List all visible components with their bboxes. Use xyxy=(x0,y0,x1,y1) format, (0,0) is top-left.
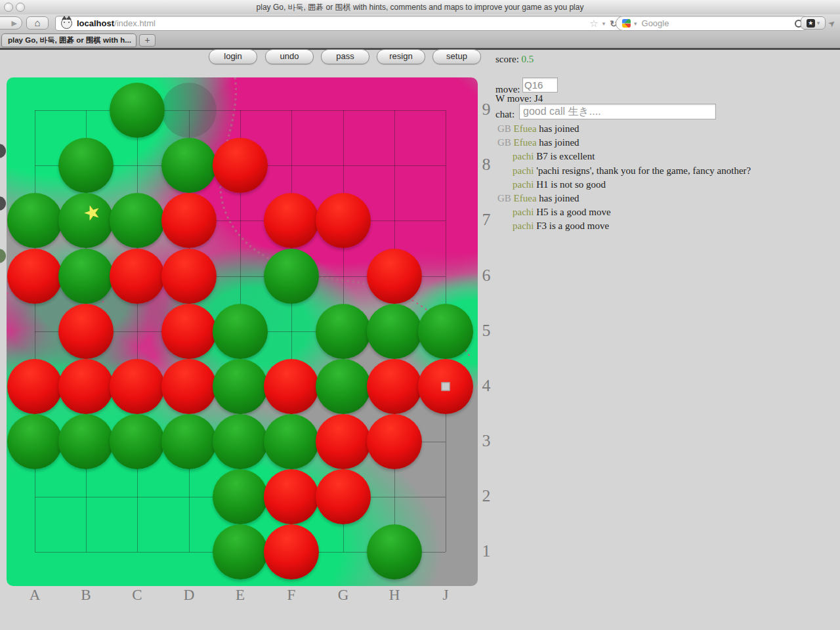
tab-play-go[interactable]: play Go, 바둑, 囲碁 or 围棋 with h... xyxy=(1,33,136,47)
stone-green-B3 xyxy=(58,414,114,469)
col-label-F: F xyxy=(278,587,304,604)
chat-log-entry: GB Efuea has joined xyxy=(497,136,832,150)
back-forward-buttons[interactable]: ▶ xyxy=(0,16,22,30)
navigation-toolbar: ▶ ⌂ localhost /index.html ☆ ▾ ↻ ▾ Google… xyxy=(0,14,840,33)
col-label-J: J xyxy=(432,587,459,604)
url-bar[interactable]: localhost /index.html ☆ ▾ ↻ xyxy=(55,16,623,31)
chat-badge: GB xyxy=(497,193,514,203)
score-label: score: xyxy=(495,54,519,64)
stone-red-A6 xyxy=(7,249,62,304)
chat-input[interactable] xyxy=(519,104,716,119)
stone-red-A4 xyxy=(7,359,62,414)
chat-log-entry: GB Efuea has joined xyxy=(497,122,832,136)
chat-log-entry: pachi F3 is a good move xyxy=(497,219,832,233)
white-move-label: W move: xyxy=(495,93,532,104)
stone-green-E2 xyxy=(213,469,268,524)
resign-button[interactable]: resign xyxy=(377,49,425,64)
row-label-3: 3 xyxy=(476,431,496,451)
home-button[interactable]: ⌂ xyxy=(26,16,49,30)
stone-green-C7 xyxy=(110,193,165,248)
undo-button[interactable]: undo xyxy=(265,49,314,64)
window-titlebar: play Go, 바둑, 囲碁 or 围棋 with hints, commen… xyxy=(0,0,840,15)
chat-log-entry: pachi H1 is not so good xyxy=(497,178,832,192)
chat-username: Efuea xyxy=(514,193,539,203)
forward-icon[interactable]: ▶ xyxy=(12,19,17,28)
stone-green-C9 xyxy=(110,83,165,138)
chat-message: H5 is a good move xyxy=(536,207,610,217)
chat-log-entry: pachi 'pachi resigns', thank you for the… xyxy=(497,164,832,178)
stone-green-E3 xyxy=(213,414,268,469)
ghost-stone xyxy=(161,83,217,138)
row-label-7: 7 xyxy=(476,210,496,230)
stone-green-J5 xyxy=(418,304,473,359)
new-tab-button[interactable]: + xyxy=(139,34,156,47)
stone-red-F7 xyxy=(264,193,319,248)
chat-message: F3 is a good move xyxy=(536,220,609,231)
bookmark-star-icon[interactable]: ☆ xyxy=(589,18,598,30)
chat-username: pachi xyxy=(513,151,536,161)
chat-message: B7 is excellent xyxy=(536,151,595,161)
chat-username: pachi xyxy=(513,207,536,217)
chat-message: 'pachi resigns', thank you for the game,… xyxy=(536,165,751,176)
col-label-D: D xyxy=(176,587,202,604)
bookmarks-menu-button[interactable]: ★ ▾ xyxy=(801,16,826,30)
stone-red-G3 xyxy=(316,414,371,469)
chat-username: pachi xyxy=(513,165,536,176)
stone-green-F3 xyxy=(264,414,319,469)
stone-green-E5 xyxy=(213,304,268,359)
search-bar[interactable]: ▾ Google xyxy=(616,16,810,31)
grid-line xyxy=(35,110,446,111)
chat-log-entry: pachi H5 is a good move xyxy=(497,205,832,219)
url-path: /index.html xyxy=(114,18,156,28)
search-engine-dropdown-icon[interactable]: ▾ xyxy=(634,20,637,27)
go-board[interactable]: ★ xyxy=(7,77,478,586)
row-label-1: 1 xyxy=(476,541,496,561)
col-label-E: E xyxy=(227,587,253,604)
feedback-quill-icon[interactable]: ➤ xyxy=(826,17,837,30)
stone-red-C6 xyxy=(110,249,165,304)
chat-message: has joined xyxy=(539,193,579,203)
row-label-8: 8 xyxy=(476,155,496,175)
stone-green-E1 xyxy=(213,524,268,579)
window-title: play Go, 바둑, 囲碁 or 围棋 with hints, commen… xyxy=(79,0,761,14)
stone-green-E4 xyxy=(213,359,268,414)
google-logo-icon xyxy=(622,19,631,28)
url-dropdown-icon[interactable]: ▾ xyxy=(602,20,606,27)
setup-button[interactable]: setup xyxy=(432,49,481,64)
home-icon: ⌂ xyxy=(34,17,40,28)
chat-message: H1 is not so good xyxy=(536,179,606,190)
col-label-B: B xyxy=(73,587,99,604)
last-move-marker xyxy=(442,383,450,391)
move-input[interactable] xyxy=(522,77,558,93)
chat-badge: GB xyxy=(497,123,514,134)
stone-red-F2 xyxy=(264,469,319,524)
stone-red-D6 xyxy=(161,249,217,304)
stone-green-G4 xyxy=(316,359,371,414)
bookmarks-star-icon: ★ xyxy=(807,19,815,28)
window-close-button[interactable] xyxy=(4,3,13,12)
white-move-value: J4 xyxy=(534,93,543,104)
stone-green-F6 xyxy=(264,249,319,304)
score-value: 0.5 xyxy=(522,54,534,64)
row-label-2: 2 xyxy=(476,486,496,506)
stone-red-D4 xyxy=(161,359,217,414)
stone-green-D8 xyxy=(161,138,217,193)
stone-green-C3 xyxy=(110,414,165,469)
stone-green-B8 xyxy=(58,138,114,193)
stone-red-B5 xyxy=(58,304,114,359)
stone-green-H1 xyxy=(367,524,422,579)
tab-bar: play Go, 바둑, 囲碁 or 围棋 with h... + xyxy=(0,33,840,48)
stone-green-D3 xyxy=(161,414,217,469)
score-line: score: 0.5 xyxy=(495,54,534,65)
bookmarks-dropdown-icon: ▾ xyxy=(817,20,820,26)
login-button[interactable]: login xyxy=(209,49,257,64)
row-label-4: 4 xyxy=(476,376,496,396)
pass-button[interactable]: pass xyxy=(321,49,369,64)
edge-stone-artifact xyxy=(0,144,6,158)
stone-red-G7 xyxy=(316,193,371,248)
stone-green-A3 xyxy=(7,414,62,469)
window-minimize-button[interactable] xyxy=(16,3,25,12)
row-label-5: 5 xyxy=(476,321,496,341)
stone-red-E8 xyxy=(213,138,268,193)
chat-log-entry: pachi B7 is excellent xyxy=(497,150,832,163)
